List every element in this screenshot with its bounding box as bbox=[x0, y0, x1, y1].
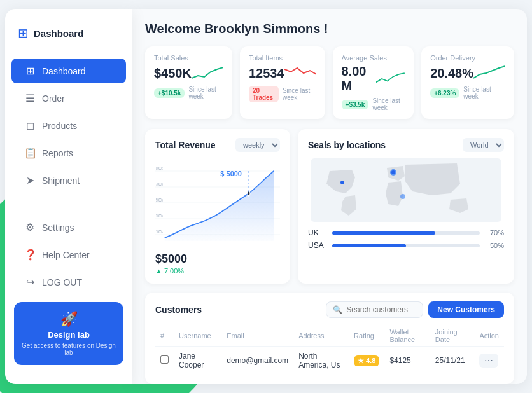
stat-since-0: Since last week bbox=[188, 86, 223, 100]
revenue-title: Total Revenue bbox=[155, 140, 216, 150]
location-label-uk: UK bbox=[308, 228, 327, 237]
revenue-card: Total Revenue weekly $ 5000 bbox=[145, 129, 290, 284]
cell-joining: 25/11/21 bbox=[430, 347, 475, 375]
sparkline-3 bbox=[473, 64, 505, 82]
main-content: Welcome Brooklyn Simmons ! Total Sales $… bbox=[132, 9, 527, 384]
stat-badge-0: +$10.5k bbox=[154, 88, 185, 98]
row-checkbox[interactable] bbox=[160, 355, 169, 364]
promo-desc: Get access to features on Design lab bbox=[22, 342, 116, 356]
revenue-change: ▲ 7.00% bbox=[155, 267, 280, 275]
svg-point-16 bbox=[340, 181, 344, 184]
sidebar-label-help: Help Center bbox=[42, 250, 90, 260]
stat-card-order-delivery: Order Delivery 20.48% +6.23% Since last … bbox=[421, 46, 514, 119]
reports-icon: 📋 bbox=[24, 147, 36, 159]
search-box[interactable]: 🔍 bbox=[326, 301, 423, 318]
new-customers-button[interactable]: New Customers bbox=[428, 301, 504, 318]
sidebar-promo[interactable]: 🚀 Design lab Get access to features on D… bbox=[14, 302, 123, 365]
location-row-uk: UK 70% bbox=[308, 228, 504, 237]
col-email: Email bbox=[221, 326, 293, 347]
location-label-usa: USA bbox=[308, 241, 327, 250]
stat-since-1: Since last week bbox=[283, 87, 316, 101]
cell-username: Jane Cooper bbox=[174, 347, 221, 375]
sidebar-item-products[interactable]: ◻ Products bbox=[11, 113, 126, 138]
revenue-amount: $5000 bbox=[155, 252, 280, 266]
shipment-icon: ➤ bbox=[24, 174, 36, 186]
svg-text:1000s: 1000s bbox=[156, 228, 163, 234]
location-row-usa: USA 50% bbox=[308, 241, 504, 250]
promo-icon: 🚀 bbox=[22, 311, 116, 328]
sidebar-item-logout[interactable]: ↪ LOG OUT bbox=[11, 270, 126, 294]
sidebar-label-settings: Settings bbox=[42, 223, 74, 233]
cell-checkbox[interactable] bbox=[155, 347, 174, 375]
revenue-chart: 9000s 7000s 5000s 3000s 1000s bbox=[155, 158, 280, 247]
dashboard-icon: ⊞ bbox=[24, 65, 36, 77]
col-rating: Rating bbox=[349, 326, 384, 347]
stat-label-0: Total Sales bbox=[154, 54, 223, 62]
svg-text:5000s: 5000s bbox=[156, 197, 163, 202]
stat-card-total-items: Total Items 12534 20 Trades Since last w… bbox=[240, 46, 325, 119]
stat-value-1: 12534 bbox=[249, 66, 284, 81]
stat-card-avg-sales: Average Sales 8.00 M +$3.5k Since last w… bbox=[333, 46, 414, 119]
logout-icon: ↪ bbox=[24, 276, 36, 288]
sidebar: ⊞ Dashboard ⊞ Dashboard ☰ Order ◻ Produc… bbox=[5, 9, 132, 384]
location-pct-usa: 50% bbox=[485, 242, 504, 249]
location-bar-usa bbox=[332, 244, 406, 247]
cell-rating: ★ 4.8 bbox=[349, 347, 384, 375]
stat-badge-1: 20 Trades bbox=[249, 86, 279, 102]
sidebar-item-help[interactable]: ❓ Help Center bbox=[11, 242, 126, 267]
stat-since-3: Since last week bbox=[463, 86, 505, 100]
search-icon: 🔍 bbox=[333, 305, 342, 314]
app-name: Dashboard bbox=[34, 28, 83, 39]
sidebar-item-shipment[interactable]: ➤ Shipment bbox=[11, 168, 126, 193]
sparkline-1 bbox=[284, 64, 316, 82]
stat-value-2: 8.00 M bbox=[342, 64, 377, 93]
stat-label-2: Average Sales bbox=[342, 54, 405, 62]
svg-text:3000s: 3000s bbox=[156, 212, 163, 218]
cell-wallet: $4125 bbox=[384, 347, 430, 375]
stat-value-0: $450K bbox=[154, 66, 192, 81]
cell-action[interactable]: ⋯ bbox=[474, 347, 504, 375]
col-address: Address bbox=[293, 326, 349, 347]
sidebar-label-order: Order bbox=[42, 93, 65, 104]
seals-filter[interactable]: World bbox=[463, 138, 504, 152]
help-icon: ❓ bbox=[24, 249, 36, 261]
stat-value-3: 20.48% bbox=[430, 66, 473, 81]
stat-since-2: Since last week bbox=[372, 97, 405, 111]
svg-text:7000s: 7000s bbox=[156, 181, 163, 186]
col-action: Action bbox=[474, 326, 504, 347]
sidebar-label-products: Products bbox=[42, 121, 77, 131]
stat-badge-3: +6.23% bbox=[430, 88, 459, 98]
col-num: # bbox=[155, 326, 174, 347]
svg-point-15 bbox=[391, 170, 395, 174]
settings-icon: ⚙ bbox=[24, 221, 36, 233]
sidebar-item-reports[interactable]: 📋 Reports bbox=[11, 141, 126, 165]
sidebar-label-reports: Reports bbox=[42, 148, 73, 158]
svg-point-14 bbox=[400, 194, 405, 199]
stat-badge-2: +$3.5k bbox=[342, 100, 369, 109]
sidebar-label-logout: LOG OUT bbox=[42, 277, 82, 287]
customers-section: Customers 🔍 New Customers # Username bbox=[145, 293, 514, 384]
search-input[interactable] bbox=[346, 305, 416, 314]
revenue-filter[interactable]: weekly bbox=[235, 138, 280, 152]
sparkline-0 bbox=[192, 64, 223, 82]
sidebar-item-order[interactable]: ☰ Order bbox=[11, 86, 126, 111]
cell-email: demo@gmail.com bbox=[221, 347, 293, 375]
sparkline-2 bbox=[376, 70, 405, 88]
chart-value-label: $ 5000 bbox=[220, 170, 242, 177]
products-icon: ◻ bbox=[24, 120, 36, 132]
location-pct-uk: 70% bbox=[485, 229, 504, 237]
cell-address: North America, Us bbox=[293, 347, 349, 375]
action-button[interactable]: ⋯ bbox=[479, 354, 498, 368]
world-map-svg bbox=[308, 158, 504, 222]
customers-title: Customers bbox=[155, 305, 202, 315]
sidebar-label-dashboard: Dashboard bbox=[42, 66, 86, 76]
sidebar-item-settings[interactable]: ⚙ Settings bbox=[11, 215, 126, 240]
table-row: Jane Cooper demo@gmail.com North America… bbox=[155, 347, 504, 375]
world-map bbox=[308, 158, 504, 222]
svg-text:9000s: 9000s bbox=[156, 165, 163, 170]
seals-card: Seals by locations World bbox=[298, 129, 514, 284]
col-joining: Joining Date bbox=[430, 326, 475, 347]
col-wallet: Wallet Balance bbox=[384, 326, 430, 347]
stat-cards: Total Sales $450K +$10.5k Since last wee… bbox=[145, 46, 514, 119]
sidebar-item-dashboard[interactable]: ⊞ Dashboard bbox=[11, 59, 126, 83]
